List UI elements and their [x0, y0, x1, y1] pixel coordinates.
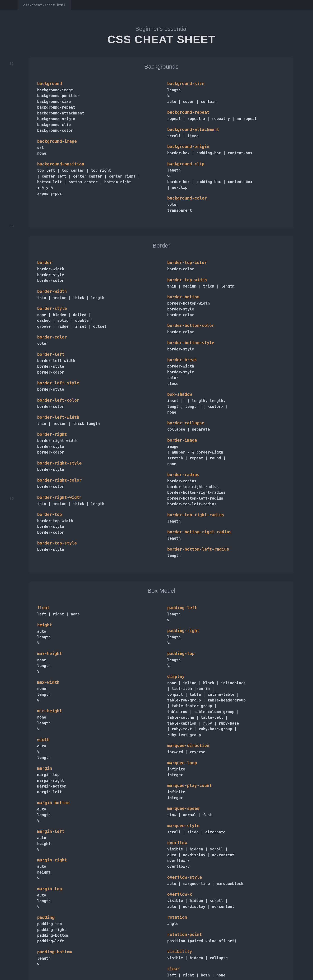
property-value-line: length [167, 611, 286, 617]
property-values: padding-toppadding-rightpadding-bottompa… [37, 921, 155, 944]
property-block: margin-topautolength% [37, 886, 155, 910]
property-value-line: auto [37, 628, 155, 634]
tab-file[interactable]: css-cheat-sheet.html [17, 0, 71, 10]
property-block: background-cliplength%border-box | paddi… [167, 162, 286, 191]
property-value-line: slow | normal | fast [167, 812, 286, 818]
property-values: nonelength% [37, 686, 155, 703]
property-value-line: % [37, 669, 155, 675]
property-values: length% [167, 634, 286, 646]
property-value-line: border-color [37, 404, 155, 409]
property-value-line: padding-right [37, 927, 155, 932]
property-value-line: | center left | center center | center r… [37, 173, 155, 179]
property-value-line: border-box | padding-box | content-box [167, 150, 286, 156]
property-value-line: margin-right [37, 778, 155, 783]
property-values: border-style [37, 387, 155, 392]
property-name: max-width [37, 680, 155, 685]
property-value-line: angle [167, 921, 286, 926]
property-name: background-repeat [167, 110, 286, 115]
property-values: left | right | none [37, 611, 155, 617]
property-name: background-color [167, 196, 286, 200]
property-block: marquee-speedslow | normal | fast [167, 806, 286, 818]
property-values: angle [167, 921, 286, 926]
property-block: padding-bottomlength% [37, 950, 155, 967]
property-name: border-right-style [37, 461, 155, 466]
property-value-line: % [37, 818, 155, 824]
property-value-line: url [37, 145, 155, 151]
property-values: thin | medium | thick | length [37, 295, 155, 301]
property-value-line: border-style [37, 364, 155, 369]
property-value-line: thin | medium | thick | length [37, 295, 155, 301]
property-values: border-widthborder-styleborder-color [37, 266, 155, 283]
property-block: border-colorcolor [37, 335, 155, 346]
property-value-line: height [37, 841, 155, 846]
property-name: border-left [37, 352, 155, 357]
property-value-line: | no-clip [167, 185, 286, 190]
property-value-line: padding-bottom [37, 932, 155, 938]
property-values: border-widthborder-stylecolorclose [167, 363, 286, 387]
property-value-line: length [37, 720, 155, 726]
property-name: background [37, 81, 155, 86]
property-values: length%border-box | padding-box | conten… [167, 167, 286, 191]
property-value-line: x-% y-% [37, 185, 155, 191]
property-name: border-bottom-right-radius [167, 530, 286, 534]
property-block: border-bottom-left-radiuslength [167, 547, 286, 558]
property-value-line: border-top-right-radius [167, 484, 286, 490]
property-value-line: border-width [167, 363, 286, 369]
property-value-line: visible | hidden | collapse [167, 955, 286, 961]
property-name: height [37, 623, 155, 627]
property-value-line: border-color [167, 329, 286, 335]
property-name: margin-right [37, 858, 155, 862]
property-value-line: border-box | padding-box | content-box [167, 179, 286, 185]
property-value-line: inset || [ length, length, [167, 398, 286, 404]
property-values: autoheight% [37, 835, 155, 852]
property-value-line: length [167, 167, 286, 173]
supertitle: Beginner's essential [29, 25, 293, 32]
property-name: margin-left [37, 829, 155, 834]
property-value-line: image [167, 444, 286, 449]
property-value-line: overflow-x [167, 858, 286, 864]
property-name: border-bottom [167, 294, 286, 299]
property-value-line: bottom left | bottom center | bottom rig… [37, 179, 155, 185]
property-name: background-image [37, 139, 155, 144]
property-value-line: border-style [37, 444, 155, 449]
property-name: border-bottom-style [167, 340, 286, 345]
property-values: border-box | padding-box | content-box [167, 150, 286, 156]
property-values: collapse | separate [167, 426, 286, 432]
property-name: border-collapse [167, 421, 286, 425]
property-block: overflow-xvisible | hidden | scroll |aut… [167, 892, 286, 910]
property-values: image[ number / % border-widthstretch | … [167, 444, 286, 467]
property-value-line: padding-left [37, 938, 155, 944]
property-value-line: % [37, 697, 155, 703]
property-value-line: border-color [37, 369, 155, 375]
property-value-line: close [167, 381, 286, 387]
property-block: visibilityvisible | hidden | collapse [167, 949, 286, 961]
property-value-line: none [167, 461, 286, 467]
property-name: border-top-right-radius [167, 512, 286, 517]
section: Box Modelfloatleft | right | noneheighta… [29, 582, 293, 980]
property-value-line: auto [37, 835, 155, 841]
property-block: backgroundbackground-imagebackground-pos… [37, 81, 155, 134]
property-value-line: visible | hidden | scroll | [167, 846, 286, 852]
property-values: position (paired value off-set) [167, 938, 286, 944]
property-value-line: none [167, 409, 286, 415]
property-values: top left | top center | top right| cente… [37, 167, 155, 196]
property-name: border-right [37, 432, 155, 437]
property-block: border-top-colorborder-color [167, 260, 286, 272]
property-value-line: % [37, 749, 155, 755]
property-values: length [167, 553, 286, 558]
property-value-line: border-color [167, 266, 286, 272]
property-value-line: border-style [167, 369, 286, 375]
property-value-line: border-color [37, 530, 155, 535]
property-name: max-height [37, 651, 155, 656]
property-block: max-widthnonelength% [37, 680, 155, 703]
property-values: color [37, 340, 155, 346]
property-name: border-top-style [37, 541, 155, 546]
property-value-line: % [37, 875, 155, 881]
property-name: background-attachment [167, 127, 286, 132]
property-block: overflowvisible | hidden | scroll |auto … [167, 840, 286, 869]
property-value-line: length [167, 553, 286, 558]
property-value-line: border-left-width [37, 358, 155, 364]
property-values: scroll | slide | alternate [167, 829, 286, 835]
property-value-line: table-row-group | table-headergroup [167, 697, 286, 703]
property-name: visibility [167, 949, 286, 954]
